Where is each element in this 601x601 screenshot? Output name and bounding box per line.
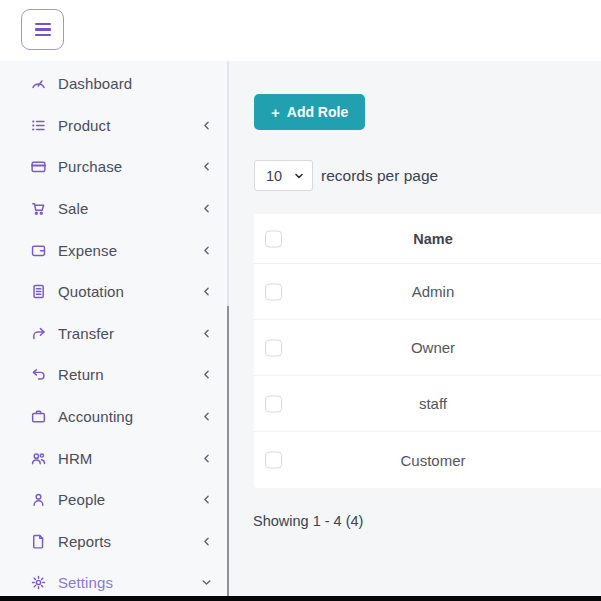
sidebar-item-hrm[interactable]: HRM (0, 437, 228, 479)
sidebar-item-label: People (58, 491, 105, 508)
chevron-left-icon (201, 369, 212, 380)
sidebar-item-reports[interactable]: Reports (0, 521, 228, 563)
sidebar-item-quotation[interactable]: Quotation (0, 271, 228, 313)
cart-icon (30, 200, 47, 217)
name-column-header: Name (300, 214, 566, 263)
chevron-left-icon (201, 536, 212, 547)
list-icon (30, 117, 47, 134)
page-size-select[interactable]: 10 (254, 160, 313, 191)
file-icon (30, 533, 47, 550)
sidebar-item-label: Transfer (58, 325, 114, 342)
sidebar-item-label: Reports (58, 533, 111, 550)
sidebar-item-sale[interactable]: Sale (0, 188, 228, 230)
sidebar-nav: DashboardProductPurchaseSaleExpenseQuota… (0, 63, 228, 601)
sidebar-item-purchase[interactable]: Purchase (0, 146, 228, 188)
chevron-left-icon (201, 203, 212, 214)
credit-card-icon (30, 158, 47, 175)
sidebar-item-label: Settings (58, 574, 113, 591)
sidebar-item-label: Sale (58, 200, 88, 217)
chevron-down-icon (294, 171, 304, 181)
chevron-left-icon (201, 161, 212, 172)
wallet-icon (30, 242, 47, 259)
sidebar-item-dashboard[interactable]: Dashboard (0, 63, 228, 105)
file-text-icon (30, 283, 47, 300)
briefcase-icon (30, 408, 47, 425)
chevron-down-icon (201, 577, 212, 588)
role-name-cell: Customer (300, 432, 566, 488)
sidebar-item-label: Dashboard (58, 75, 132, 92)
chevron-left-icon (201, 286, 212, 297)
hamburger-icon (35, 23, 51, 36)
role-name-cell: Owner (300, 320, 566, 375)
table-row: Customer (254, 432, 601, 488)
sidebar-item-product[interactable]: Product (0, 105, 228, 147)
row-checkbox[interactable] (265, 395, 282, 412)
table-row: staff (254, 376, 601, 432)
chevron-left-icon (201, 494, 212, 505)
row-checkbox[interactable] (265, 339, 282, 356)
sidebar: DashboardProductPurchaseSaleExpenseQuota… (0, 61, 228, 601)
sidebar-item-label: Return (58, 366, 104, 383)
table-header-row: Name (254, 214, 601, 264)
sidebar-scrollbar-track[interactable] (227, 61, 229, 596)
top-header (0, 0, 601, 61)
main-content: + Add Role 10 records per page Name Admi… (230, 61, 601, 601)
gauge-icon (30, 75, 47, 92)
page-size-row: 10 records per page (254, 160, 438, 191)
chevron-left-icon (201, 328, 212, 339)
add-role-button[interactable]: + Add Role (254, 94, 365, 130)
users-icon (30, 450, 47, 467)
role-name-cell: Admin (300, 264, 566, 319)
chevron-left-icon (201, 453, 212, 464)
sidebar-item-label: HRM (58, 450, 92, 467)
row-checkbox[interactable] (265, 283, 282, 300)
sidebar-item-transfer[interactable]: Transfer (0, 313, 228, 355)
sidebar-item-expense[interactable]: Expense (0, 229, 228, 271)
sidebar-toggle-button[interactable] (21, 9, 64, 50)
page-size-label: records per page (321, 167, 438, 185)
chevron-left-icon (201, 120, 212, 131)
sidebar-item-label: Quotation (58, 283, 124, 300)
chevron-left-icon (201, 411, 212, 422)
sidebar-item-label: Purchase (58, 158, 122, 175)
sidebar-item-accounting[interactable]: Accounting (0, 396, 228, 438)
page-size-value: 10 (266, 168, 282, 184)
role-name-cell: staff (300, 376, 566, 431)
table-body: AdminOwnerstaffCustomer (254, 264, 601, 488)
app-window: DashboardProductPurchaseSaleExpenseQuota… (0, 0, 601, 601)
sidebar-item-label: Expense (58, 242, 117, 259)
table-row: Owner (254, 320, 601, 376)
add-role-label: Add Role (287, 104, 348, 120)
sidebar-item-label: Product (58, 117, 110, 134)
plus-icon: + (271, 104, 280, 121)
table-row: Admin (254, 264, 601, 320)
chevron-left-icon (201, 245, 212, 256)
share-icon (30, 325, 47, 342)
sidebar-scrollbar-thumb[interactable] (227, 306, 229, 597)
user-icon (30, 491, 47, 508)
roles-table: Name AdminOwnerstaffCustomer (254, 214, 601, 488)
sidebar-item-label: Accounting (58, 408, 133, 425)
undo-icon (30, 366, 47, 383)
select-all-checkbox[interactable] (265, 230, 282, 247)
sidebar-item-return[interactable]: Return (0, 354, 228, 396)
gear-icon (30, 574, 47, 591)
sidebar-item-people[interactable]: People (0, 479, 228, 521)
row-checkbox[interactable] (265, 452, 282, 469)
results-summary: Showing 1 - 4 (4) (253, 513, 363, 529)
bottom-bar (0, 596, 601, 601)
